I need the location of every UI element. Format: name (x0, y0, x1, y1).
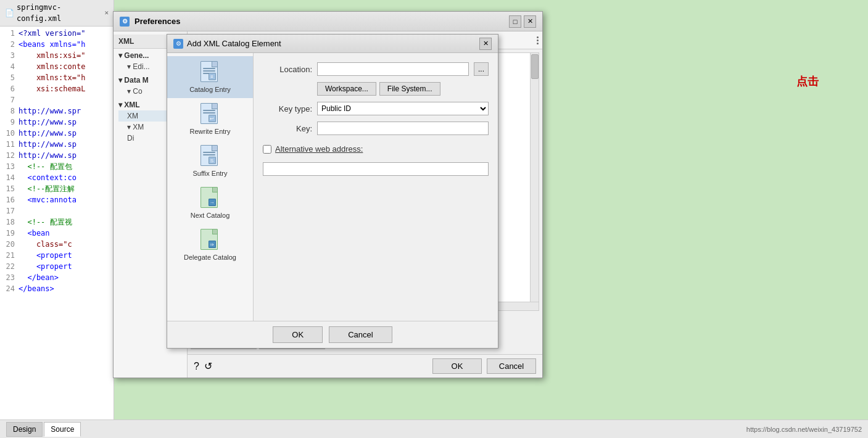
rewrite-entry-label: Rewrite Entry (189, 128, 230, 135)
key-label: Key: (263, 124, 312, 133)
preferences-cancel-button[interactable]: Cancel (487, 358, 536, 374)
entry-delegate-catalog[interactable]: ⇒ Delegate Catalog (167, 224, 253, 266)
add-xml-catalog-close[interactable]: ✕ (479, 38, 492, 50)
code-line: 19 <bean (0, 228, 114, 239)
next-catalog-icon: → (200, 187, 220, 209)
source-tab[interactable]: Source (44, 422, 81, 437)
code-line: 18 <!-- 配置视 (0, 217, 114, 228)
status-bar: Design Source https://blog.csdn.net/weix… (0, 419, 868, 438)
code-line: 20 class="c (0, 239, 114, 250)
code-line: 8http://www.spr (0, 105, 114, 117)
alternative-web-label: Alternative web address: (275, 144, 363, 154)
catalog-entry-icon: ≡ (200, 61, 220, 83)
code-line: 12http://www.sp (0, 150, 114, 161)
code-line: 11http://www.sp (0, 139, 114, 150)
suffix-entry-icon: S (200, 145, 220, 167)
catalog-entry-label: Catalog Entry (189, 86, 231, 93)
add-xml-catalog-footer: OK Cancel (167, 321, 498, 348)
code-tab[interactable]: 📄 springmvc-config.xml ✕ (0, 0, 114, 27)
entry-catalog-entry[interactable]: ≡ Catalog Entry (167, 56, 253, 98)
entry-next-catalog[interactable]: → Next Catalog (167, 182, 253, 224)
suffix-entry-label: Suffix Entry (192, 170, 227, 177)
add-xml-catalog-title-left: ⚙ Add XML Catalog Element (173, 39, 281, 49)
vertical-scrollbar[interactable] (530, 53, 539, 310)
add-xml-catalog-dialog: ⚙ Add XML Catalog Element ✕ ≡ (167, 34, 498, 349)
key-type-row: Key type: Public ID System ID URI (263, 102, 489, 115)
add-xml-cancel-button[interactable]: Cancel (329, 326, 392, 343)
code-line: 24</beans> (0, 283, 114, 294)
entry-rewrite-entry[interactable]: ↩ Rewrite Entry (167, 98, 253, 140)
code-line: 13 <!-- 配置包 (0, 161, 114, 172)
right-panel-text: 点击 (796, 74, 819, 89)
add-xml-ok-button[interactable]: OK (273, 326, 323, 343)
preferences-restore-button[interactable]: □ (509, 15, 521, 28)
alternative-web-input[interactable] (263, 162, 489, 176)
code-editor: 📄 springmvc-config.xml ✕ 1<?xml version=… (0, 0, 114, 419)
add-xml-catalog-titlebar: ⚙ Add XML Catalog Element ✕ (167, 35, 498, 53)
location-input[interactable] (317, 62, 469, 76)
restore-defaults-icon[interactable]: ↺ (204, 360, 212, 372)
preferences-footer: ? ↺ OK Cancel (188, 354, 542, 378)
entry-form: Location: ... Workspace... File System..… (254, 53, 498, 321)
code-line: 5 xmlns:tx="h (0, 72, 114, 83)
code-line: 9http://www.sp (0, 117, 114, 128)
location-browse-button[interactable]: ... (474, 62, 489, 76)
code-line: 14 <context:co (0, 172, 114, 183)
code-line: 23 </bean> (0, 272, 114, 283)
rewrite-entry-icon: ↩ (200, 103, 220, 125)
alternative-web-checkbox[interactable] (263, 145, 271, 154)
preferences-close-button[interactable]: ✕ (524, 15, 536, 28)
entry-type-list: ≡ Catalog Entry ↩ Rewrite Entry (167, 53, 254, 321)
code-line: 3 xmlns:xsi=" (0, 50, 114, 61)
code-line: 22 <propert (0, 261, 114, 272)
status-url: https://blog.csdn.net/weixin_43719752 (746, 426, 862, 433)
code-line: 7 (0, 94, 114, 105)
code-line: 21 <propert (0, 250, 114, 261)
toolbar-menu-icon[interactable] (537, 36, 539, 44)
file-system-button[interactable]: File System... (379, 82, 440, 96)
add-xml-catalog-body: ≡ Catalog Entry ↩ Rewrite Entry (167, 53, 498, 321)
help-icon[interactable]: ? (194, 361, 199, 372)
location-row: Location: ... (263, 62, 489, 76)
preferences-titlebar: ⚙ Preferences □ ✕ (114, 12, 542, 31)
add-xml-catalog-title: Add XML Catalog Element (187, 39, 281, 48)
code-line: 15 <!--配置注解 (0, 183, 114, 194)
alternative-web-row: Alternative web address: (263, 144, 489, 154)
code-line: 1<?xml version=" (0, 28, 114, 39)
entry-suffix-entry[interactable]: S Suffix Entry (167, 140, 253, 182)
location-label: Location: (263, 65, 312, 74)
code-line: 16 <mvc:annota (0, 194, 114, 205)
preferences-title: Preferences (134, 17, 180, 26)
preferences-icon: ⚙ (120, 17, 130, 27)
status-tabs: Design Source (6, 422, 81, 437)
next-catalog-label: Next Catalog (191, 212, 230, 219)
key-type-label: Key type: (263, 104, 312, 114)
code-tab-filename: springmvc-config.xml (17, 2, 102, 24)
delegate-catalog-label: Delegate Catalog (184, 254, 236, 261)
footer-buttons: OK Cancel (432, 358, 536, 374)
code-line: 2<beans xmlns="h (0, 39, 114, 50)
preferences-ok-button[interactable]: OK (432, 358, 482, 374)
code-line: 4 xmlns:conte (0, 61, 114, 72)
add-xml-catalog-icon: ⚙ (173, 39, 183, 49)
alternative-web-input-row (263, 160, 489, 176)
workspace-button[interactable]: Workspace... (317, 82, 376, 96)
code-tab-close[interactable]: ✕ (104, 7, 109, 19)
delegate-catalog-icon: ⇒ (200, 229, 220, 251)
code-line: 10http://www.sp (0, 128, 114, 139)
code-tab-icon: 📄 (5, 7, 14, 19)
location-source-buttons: Workspace... File System... (317, 82, 489, 96)
code-line: 17 (0, 205, 114, 217)
preferences-title-left: ⚙ Preferences (120, 17, 180, 27)
preferences-controls: □ ✕ (509, 15, 536, 28)
key-row: Key: (263, 122, 489, 135)
design-tab[interactable]: Design (6, 422, 43, 437)
key-type-select[interactable]: Public ID System ID URI (317, 102, 489, 115)
key-input[interactable] (317, 122, 489, 135)
code-lines: 1<?xml version=" 2<beans xmlns="h 3 xmln… (0, 27, 114, 295)
code-line: 6 xsi:schemaL (0, 83, 114, 94)
